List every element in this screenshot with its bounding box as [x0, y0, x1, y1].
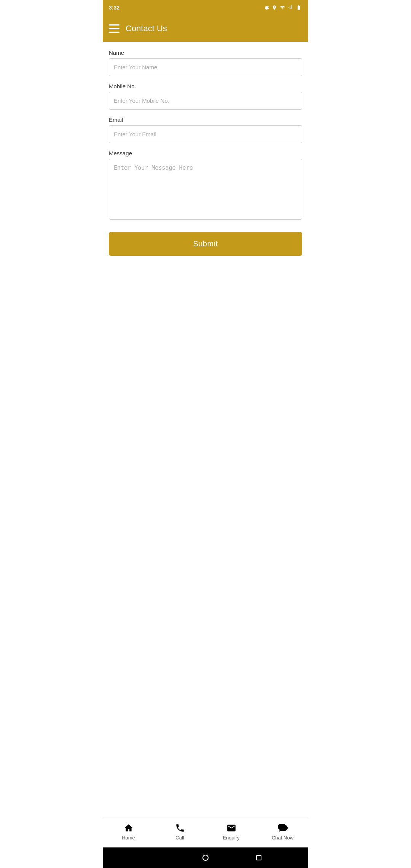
message-field-group: Message	[109, 150, 302, 221]
status-icons	[264, 5, 302, 10]
name-label: Name	[109, 49, 302, 56]
email-input[interactable]	[109, 125, 302, 143]
mobile-field-group: Mobile No.	[109, 83, 302, 110]
settings-icon	[264, 5, 269, 10]
nav-call-label: Call	[175, 835, 184, 841]
home-button[interactable]	[202, 854, 209, 862]
message-input[interactable]	[109, 159, 302, 220]
call-icon	[175, 823, 185, 833]
contact-form-container: Name Mobile No. Email Message Submit	[103, 42, 308, 817]
submit-button[interactable]: Submit	[109, 232, 302, 256]
header: Contact Us	[103, 15, 308, 42]
email-label: Email	[109, 116, 302, 123]
nav-item-home[interactable]: Home	[103, 823, 154, 841]
chat-icon	[277, 823, 288, 833]
nav-item-enquiry[interactable]: Enquiry	[206, 823, 257, 841]
mobile-label: Mobile No.	[109, 83, 302, 89]
status-bar: 3:32	[103, 0, 308, 15]
nav-chat-label: Chat Now	[272, 835, 293, 841]
battery-icon	[295, 5, 302, 10]
back-button[interactable]	[148, 854, 156, 862]
recents-button[interactable]	[255, 854, 263, 862]
name-input[interactable]	[109, 58, 302, 76]
nav-item-chat[interactable]: Chat Now	[257, 823, 308, 841]
page-title: Contact Us	[126, 24, 167, 34]
nav-enquiry-label: Enquiry	[223, 835, 239, 841]
nav-home-label: Home	[122, 835, 135, 841]
message-label: Message	[109, 150, 302, 156]
enquiry-icon	[226, 823, 237, 833]
system-navigation-bar	[103, 847, 308, 868]
email-field-group: Email	[109, 116, 302, 143]
status-time: 3:32	[109, 5, 119, 11]
wifi-icon	[279, 5, 285, 10]
nav-item-call[interactable]: Call	[154, 823, 206, 841]
bottom-navigation: Home Call Enquiry Chat Now	[103, 817, 308, 847]
signal-icon	[288, 5, 293, 10]
mobile-input[interactable]	[109, 92, 302, 110]
name-field-group: Name	[109, 49, 302, 76]
location-icon	[272, 5, 277, 10]
hamburger-menu-button[interactable]	[109, 24, 119, 33]
home-icon	[123, 823, 134, 833]
